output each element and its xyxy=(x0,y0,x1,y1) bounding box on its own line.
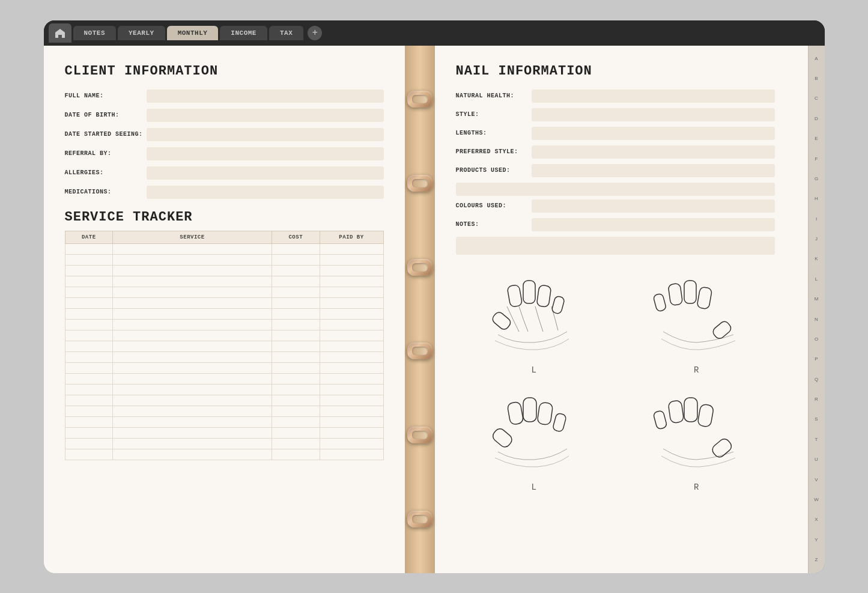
medications-input[interactable] xyxy=(147,186,384,199)
cell-cost-7[interactable] xyxy=(272,319,320,330)
cell-paid-2[interactable] xyxy=(320,265,383,276)
alpha-r[interactable]: R xyxy=(809,396,825,403)
cell-paid-6[interactable] xyxy=(320,308,383,319)
cell-cost-17[interactable] xyxy=(272,427,320,438)
cell-date-7[interactable] xyxy=(65,319,113,330)
cell-paid-4[interactable] xyxy=(320,287,383,297)
tab-home[interactable] xyxy=(49,23,71,43)
cell-cost-1[interactable] xyxy=(272,254,320,265)
tab-income[interactable]: INCOME xyxy=(220,26,267,40)
alpha-k[interactable]: K xyxy=(809,255,825,262)
cell-cost-0[interactable] xyxy=(272,243,320,254)
cell-date-5[interactable] xyxy=(65,297,113,308)
cell-service-8[interactable] xyxy=(113,330,272,341)
cell-paid-19[interactable] xyxy=(320,449,383,460)
cell-service-10[interactable] xyxy=(113,351,272,362)
alpha-p[interactable]: P xyxy=(809,356,825,362)
cell-date-12[interactable] xyxy=(65,373,113,384)
tab-yearly[interactable]: YEARLY xyxy=(118,26,165,40)
colours-used-input[interactable] xyxy=(532,199,775,213)
cell-date-17[interactable] xyxy=(65,427,113,438)
products-used-input[interactable] xyxy=(532,164,775,177)
alpha-f[interactable]: F xyxy=(809,156,825,162)
cell-cost-15[interactable] xyxy=(272,406,320,416)
cell-service-1[interactable] xyxy=(113,254,272,265)
cell-paid-3[interactable] xyxy=(320,276,383,287)
cell-service-13[interactable] xyxy=(113,384,272,395)
cell-date-18[interactable] xyxy=(65,438,113,449)
cell-service-15[interactable] xyxy=(113,406,272,416)
cell-paid-15[interactable] xyxy=(320,406,383,416)
style-input[interactable] xyxy=(532,108,775,121)
notes-extra-input[interactable] xyxy=(456,237,775,255)
cell-service-14[interactable] xyxy=(113,395,272,406)
cell-cost-12[interactable] xyxy=(272,373,320,384)
cell-date-6[interactable] xyxy=(65,308,113,319)
cell-date-19[interactable] xyxy=(65,449,113,460)
cell-service-9[interactable] xyxy=(113,341,272,351)
cell-cost-4[interactable] xyxy=(272,287,320,297)
cell-paid-13[interactable] xyxy=(320,384,383,395)
cell-cost-8[interactable] xyxy=(272,330,320,341)
cell-date-1[interactable] xyxy=(65,254,113,265)
cell-date-0[interactable] xyxy=(65,243,113,254)
cell-paid-17[interactable] xyxy=(320,427,383,438)
alpha-d[interactable]: D xyxy=(809,115,825,122)
date-started-input[interactable] xyxy=(147,128,384,141)
cell-service-12[interactable] xyxy=(113,373,272,384)
alpha-q[interactable]: Q xyxy=(809,376,825,383)
alpha-w[interactable]: W xyxy=(809,496,825,503)
alpha-v[interactable]: V xyxy=(809,476,825,483)
alpha-t[interactable]: T xyxy=(809,436,825,443)
cell-paid-0[interactable] xyxy=(320,243,383,254)
cell-cost-2[interactable] xyxy=(272,265,320,276)
natural-health-input[interactable] xyxy=(532,90,775,103)
cell-paid-18[interactable] xyxy=(320,438,383,449)
cell-paid-5[interactable] xyxy=(320,297,383,308)
cell-paid-8[interactable] xyxy=(320,330,383,341)
alpha-z[interactable]: Z xyxy=(809,556,825,563)
cell-cost-11[interactable] xyxy=(272,362,320,373)
cell-cost-9[interactable] xyxy=(272,341,320,351)
alpha-c[interactable]: C xyxy=(809,95,825,102)
cell-date-13[interactable] xyxy=(65,384,113,395)
cell-cost-10[interactable] xyxy=(272,351,320,362)
cell-service-7[interactable] xyxy=(113,319,272,330)
cell-paid-16[interactable] xyxy=(320,416,383,427)
alpha-s[interactable]: S xyxy=(809,416,825,422)
tab-tax[interactable]: TAX xyxy=(269,26,303,40)
cell-paid-11[interactable] xyxy=(320,362,383,373)
cell-cost-5[interactable] xyxy=(272,297,320,308)
alpha-n[interactable]: N xyxy=(809,316,825,323)
cell-paid-10[interactable] xyxy=(320,351,383,362)
alpha-m[interactable]: M xyxy=(809,296,825,302)
lengths-input[interactable] xyxy=(532,127,775,140)
cell-date-15[interactable] xyxy=(65,406,113,416)
dob-input[interactable] xyxy=(147,109,384,122)
alpha-x[interactable]: X xyxy=(809,516,825,523)
cell-service-2[interactable] xyxy=(113,265,272,276)
alpha-i[interactable]: I xyxy=(809,216,825,222)
cell-service-17[interactable] xyxy=(113,427,272,438)
preferred-style-input[interactable] xyxy=(532,145,775,159)
cell-date-4[interactable] xyxy=(65,287,113,297)
alpha-e[interactable]: E xyxy=(809,135,825,142)
tab-notes[interactable]: NOTES xyxy=(73,26,117,40)
alpha-g[interactable]: G xyxy=(809,175,825,182)
cell-date-3[interactable] xyxy=(65,276,113,287)
alpha-u[interactable]: U xyxy=(809,456,825,463)
cell-date-2[interactable] xyxy=(65,265,113,276)
cell-date-10[interactable] xyxy=(65,351,113,362)
alpha-b[interactable]: B xyxy=(809,75,825,82)
alpha-a[interactable]: A xyxy=(809,55,825,62)
alpha-o[interactable]: O xyxy=(809,336,825,342)
cell-paid-1[interactable] xyxy=(320,254,383,265)
cell-paid-12[interactable] xyxy=(320,373,383,384)
cell-service-3[interactable] xyxy=(113,276,272,287)
alpha-h[interactable]: H xyxy=(809,195,825,202)
alpha-y[interactable]: Y xyxy=(809,537,825,543)
cell-date-9[interactable] xyxy=(65,341,113,351)
cell-date-8[interactable] xyxy=(65,330,113,341)
referral-input[interactable] xyxy=(147,147,384,160)
allergies-input[interactable] xyxy=(147,166,384,180)
